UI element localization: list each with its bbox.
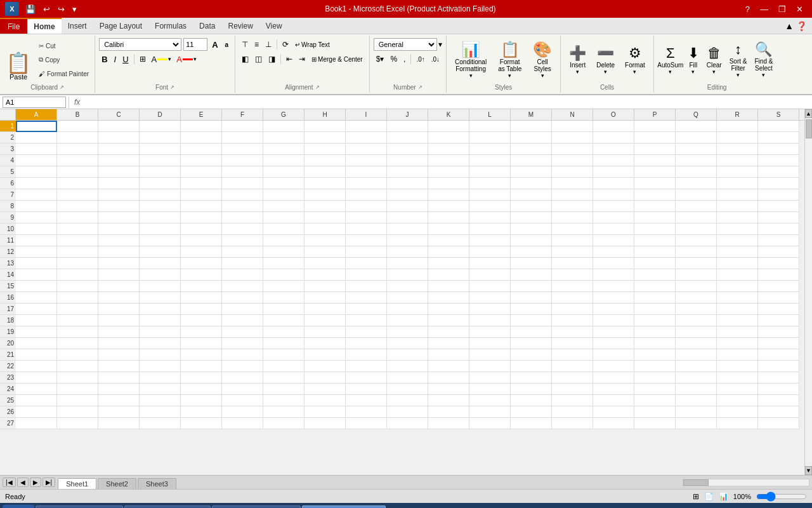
cell-P14[interactable] xyxy=(634,269,676,281)
cell-R19[interactable] xyxy=(717,326,758,338)
cell-C15[interactable] xyxy=(98,281,140,292)
cell-B11[interactable] xyxy=(57,235,98,246)
cell-F18[interactable] xyxy=(222,315,263,326)
cell-H21[interactable] xyxy=(304,349,346,361)
cell-R2[interactable] xyxy=(717,132,758,144)
cell-Q10[interactable] xyxy=(676,224,717,235)
cell-R17[interactable] xyxy=(717,304,758,315)
cell-M14[interactable] xyxy=(511,269,552,281)
cell-F27[interactable] xyxy=(222,418,263,429)
cell-I17[interactable] xyxy=(346,304,387,315)
cell-M6[interactable] xyxy=(511,178,552,189)
cell-G12[interactable] xyxy=(263,246,304,258)
cell-F16[interactable] xyxy=(222,292,263,304)
styles-label[interactable]: Styles xyxy=(449,83,558,91)
cell-E11[interactable] xyxy=(181,235,222,246)
cell-S2[interactable] xyxy=(758,132,799,144)
cell-J22[interactable] xyxy=(387,361,428,372)
row-num-15[interactable]: 15 xyxy=(0,281,16,292)
cell-J6[interactable] xyxy=(387,178,428,189)
vertical-scrollbar[interactable]: ▲ ▼ xyxy=(804,109,812,475)
cell-F14[interactable] xyxy=(222,269,263,281)
cell-O6[interactable] xyxy=(593,178,634,189)
fill-btn[interactable]: ⬇ Fill ▾ xyxy=(684,43,702,77)
cell-C22[interactable] xyxy=(98,361,140,372)
cell-N24[interactable] xyxy=(552,384,593,395)
cell-G17[interactable] xyxy=(263,304,304,315)
cell-P19[interactable] xyxy=(634,326,676,338)
cell-H14[interactable] xyxy=(304,269,346,281)
cells-label[interactable]: Cells xyxy=(563,83,651,91)
cell-R11[interactable] xyxy=(717,235,758,246)
increase-indent-btn[interactable]: ⇥ xyxy=(296,53,308,65)
cell-S11[interactable] xyxy=(758,235,799,246)
cell-G2[interactable] xyxy=(263,132,304,144)
cell-L23[interactable] xyxy=(469,372,511,384)
italic-btn[interactable]: I xyxy=(112,53,119,65)
cell-B9[interactable] xyxy=(57,212,98,224)
row-num-4[interactable]: 4 xyxy=(0,155,16,166)
cell-R8[interactable] xyxy=(717,201,758,212)
cell-A7[interactable] xyxy=(16,189,57,201)
cell-M25[interactable] xyxy=(511,395,552,406)
row-num-16[interactable]: 16 xyxy=(0,292,16,304)
row-num-12[interactable]: 12 xyxy=(0,246,16,258)
cell-F20[interactable] xyxy=(222,338,263,349)
minimize-btn[interactable]: — xyxy=(756,3,772,15)
cell-G26[interactable] xyxy=(263,406,304,418)
cell-M7[interactable] xyxy=(511,189,552,201)
cell-P4[interactable] xyxy=(634,155,676,166)
col-header-D[interactable]: D xyxy=(140,109,181,120)
cell-G3[interactable] xyxy=(263,144,304,155)
cell-H17[interactable] xyxy=(304,304,346,315)
cell-C24[interactable] xyxy=(98,384,140,395)
cell-F22[interactable] xyxy=(222,361,263,372)
taskbar-item-1[interactable]: WBlank report [Compati... xyxy=(124,505,211,508)
row-num-5[interactable]: 5 xyxy=(0,166,16,178)
row-num-19[interactable]: 19 xyxy=(0,326,16,338)
cell-A23[interactable] xyxy=(16,372,57,384)
cell-B21[interactable] xyxy=(57,349,98,361)
cell-N23[interactable] xyxy=(552,372,593,384)
cell-L18[interactable] xyxy=(469,315,511,326)
cell-B23[interactable] xyxy=(57,372,98,384)
cell-C16[interactable] xyxy=(98,292,140,304)
cell-A14[interactable] xyxy=(16,269,57,281)
cell-P1[interactable] xyxy=(634,121,676,132)
orientation-btn[interactable]: ⟳ xyxy=(280,38,291,51)
cell-D12[interactable] xyxy=(140,246,181,258)
cell-H25[interactable] xyxy=(304,395,346,406)
cell-B13[interactable] xyxy=(57,258,98,269)
cell-K21[interactable] xyxy=(428,349,469,361)
cell-F1[interactable] xyxy=(222,121,263,132)
cell-L21[interactable] xyxy=(469,349,511,361)
cell-D11[interactable] xyxy=(140,235,181,246)
cell-D20[interactable] xyxy=(140,338,181,349)
col-header-M[interactable]: M xyxy=(511,109,552,120)
cell-N11[interactable] xyxy=(552,235,593,246)
cell-K7[interactable] xyxy=(428,189,469,201)
currency-btn[interactable]: $▾ xyxy=(374,53,387,65)
sort-filter-btn[interactable]: ↕ Sort & Filter ▾ xyxy=(726,39,750,80)
font-name-select[interactable]: Calibri xyxy=(99,38,181,51)
first-sheet-btn[interactable]: |◀ xyxy=(3,478,16,487)
cell-B27[interactable] xyxy=(57,418,98,429)
cell-C11[interactable] xyxy=(98,235,140,246)
cell-N5[interactable] xyxy=(552,166,593,178)
cell-K25[interactable] xyxy=(428,395,469,406)
cell-C14[interactable] xyxy=(98,269,140,281)
cell-O27[interactable] xyxy=(593,418,634,429)
cell-N12[interactable] xyxy=(552,246,593,258)
format-cells-btn[interactable]: ⚙ Format ▾ xyxy=(620,43,650,77)
cell-O15[interactable] xyxy=(593,281,634,292)
cell-O22[interactable] xyxy=(593,361,634,372)
cell-I21[interactable] xyxy=(346,349,387,361)
cell-B25[interactable] xyxy=(57,395,98,406)
cell-F5[interactable] xyxy=(222,166,263,178)
cell-A15[interactable] xyxy=(16,281,57,292)
row-num-3[interactable]: 3 xyxy=(0,144,16,155)
cell-I19[interactable] xyxy=(346,326,387,338)
font-grow-btn[interactable]: A xyxy=(209,38,220,51)
cell-H22[interactable] xyxy=(304,361,346,372)
cell-A25[interactable] xyxy=(16,395,57,406)
